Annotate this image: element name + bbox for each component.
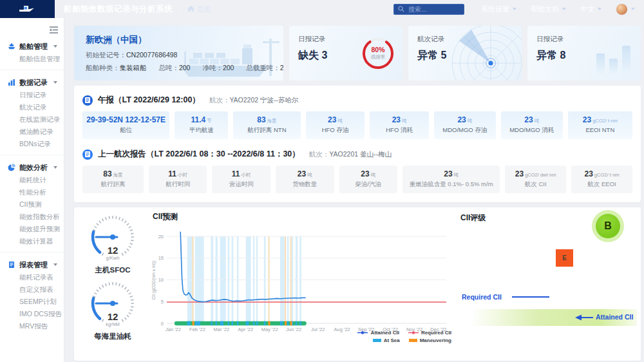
card-value: 异常 8	[536, 49, 632, 62]
data-tile: 11.4节平均航速	[175, 111, 228, 139]
sidebar-section-1[interactable]: 数据记录	[0, 76, 64, 89]
sidebar-section-0[interactable]: 船舶管理	[0, 40, 64, 53]
menu-collapse-icon[interactable]	[50, 26, 58, 33]
attained-cii-label: Attained CII	[596, 313, 633, 321]
chevron-down-icon	[562, 8, 566, 10]
chevron-down-icon	[53, 45, 57, 48]
sidebar-item[interactable]: CII预测	[0, 198, 64, 211]
reports-panel: 午报（LT 2022/6/29 12:00） 航次：YAO2202 宁波--苏哈…	[74, 86, 641, 202]
sidebar-item[interactable]: 日报记录	[0, 89, 64, 101]
sidebar-item[interactable]: 能耗统计	[0, 174, 64, 186]
svg-text:Feb '22: Feb '22	[189, 327, 205, 332]
data-tile: 23gCO2/ t·nm航次 EEOI	[571, 166, 632, 193]
fill-rate-ring: 80% 填报率	[361, 37, 395, 70]
avatar	[616, 3, 628, 15]
menu-help-docs[interactable]: 帮助文档	[531, 5, 566, 14]
sidebar-item[interactable]: 性能分析	[0, 186, 64, 198]
sidebar-menu: 船舶管理船舶信息管理数据记录日报记录航次记录在线监测记录燃油舱记录BDNs记录能…	[0, 40, 64, 332]
svg-text:CII (gCO2/(nm x mt)): CII (gCO2/(nm x mt))	[151, 261, 156, 300]
card-value: 异常 5	[417, 49, 513, 62]
noon-report-title: 午报（LT 2022/6/29 12:00）	[98, 95, 200, 106]
ship-info-card: 新欧洲（中国） 初始登记号：CN20077686498 船舶种类：集装箱船 总吨…	[74, 26, 283, 81]
search-box[interactable]	[393, 4, 464, 15]
voyage-abnormal-card[interactable]: 航次记录 异常 5	[408, 26, 522, 81]
ship-icon	[8, 43, 15, 50]
required-cii-line	[512, 296, 549, 298]
noon-report-voyage: 航次：YAO2202 宁波--苏哈尔	[209, 96, 299, 105]
ship-specs: 船舶种类：集装箱船 总吨：200 净吨：200 总载重吨：200	[86, 64, 272, 73]
cii-grade-badge: B	[592, 210, 624, 242]
data-tile: 23吨MDO/MGO 消耗	[501, 111, 563, 139]
svg-text:10: 10	[158, 277, 164, 283]
card-category: 航次记录	[417, 35, 513, 44]
bar-chart-icon	[8, 79, 15, 86]
sidebar-item[interactable]: 能效计算器	[0, 235, 64, 247]
daily-abnormal-card[interactable]: 日报记录 异常 8	[527, 26, 641, 81]
daily-report-missing-card[interactable]: 日报记录 缺失 3 80% 填报率	[289, 26, 402, 81]
user-menu[interactable]	[616, 3, 635, 15]
attained-cii-arrow	[575, 314, 593, 321]
pie-chart-icon	[8, 164, 15, 171]
breadcrumb-label: 总览	[197, 5, 211, 14]
sidebar-item[interactable]: MRV报告	[0, 320, 64, 332]
noon-report-icon	[82, 95, 93, 106]
cii-forecast-chart: CII预测 05101520Jan '22Feb '22Mar '22Apr '…	[150, 211, 454, 358]
sidebar-item[interactable]: SEEMP计划	[0, 296, 64, 308]
sidebar-item[interactable]: BDNs记录	[0, 138, 64, 150]
divider: |	[179, 5, 181, 13]
svg-text:0: 0	[161, 321, 164, 327]
app-logo[interactable]	[0, 0, 55, 18]
rating-bar: E	[556, 249, 573, 267]
data-tile: 23吨重燃油硫含量 0.1%- 0.5% m/m	[402, 166, 500, 193]
data-tile: 23吨HFO 消耗	[370, 111, 429, 139]
menu-system-settings[interactable]: 系统设置	[481, 5, 516, 14]
chevron-down-icon	[631, 8, 635, 10]
svg-text:20: 20	[158, 234, 164, 240]
svg-text:15: 15	[158, 255, 164, 261]
svg-text:Mar '22: Mar '22	[214, 327, 230, 332]
card-category: 日报记录	[536, 35, 632, 44]
cii-rating-section: CII评级 B E Required CII Attained CII	[453, 211, 637, 359]
fill-rate-label: 填报率	[371, 54, 386, 61]
report-icon	[8, 261, 15, 269]
breadcrumb[interactable]: 总览	[187, 5, 211, 14]
sidebar-item[interactable]: 在线监测记录	[0, 113, 64, 126]
sidebar-section-2[interactable]: 能效分析	[0, 161, 64, 174]
data-tile: 23吨HFO 存油	[306, 111, 365, 139]
data-tile: 83海里航行距离	[82, 166, 144, 193]
sidebar-item[interactable]: 能耗记录表	[0, 271, 64, 283]
voyage-report-icon	[82, 149, 93, 160]
sidebar-item[interactable]: 能效指数分析	[0, 211, 64, 223]
svg-text:Jun '22: Jun '22	[286, 327, 301, 332]
noon-report-tiles: 29-39-52N 122-12-57E船位11.4节平均航速83海里航行距离 …	[82, 111, 632, 139]
chevron-down-icon	[53, 263, 57, 266]
data-tile: 23吨MDO/MGO 存油	[434, 111, 496, 139]
gauge-label: 主机SFOC	[74, 265, 151, 275]
sidebar-item[interactable]: IMO DCS报告	[0, 308, 64, 320]
svg-text:Apr '22: Apr '22	[238, 327, 254, 332]
sidebar-section-3[interactable]: 报表管理	[0, 258, 64, 271]
app-logo-icon	[18, 4, 37, 14]
fill-rate-percent: 80%	[371, 46, 384, 53]
sidebar-item[interactable]: 能效提升预测	[0, 223, 64, 235]
top-navbar: 船舶能效数据记录与分析系统 | 总览 系统设置 帮助文档 中文	[0, 0, 644, 18]
cii-grade-letter: B	[596, 214, 620, 238]
data-tile: 11小时营运时间	[212, 166, 270, 193]
chart-legend: Attained CIIRequired CIIAt SeaManeuverin…	[357, 330, 451, 343]
menu-language[interactable]: 中文	[580, 5, 601, 14]
chevron-down-icon	[513, 8, 516, 10]
svg-text:Aug '22: Aug '22	[334, 327, 350, 332]
search-input[interactable]	[407, 5, 459, 14]
legend-item: Attained CII	[357, 330, 399, 336]
svg-text:Jan '22: Jan '22	[166, 327, 181, 332]
sidebar-item[interactable]: 船舶信息管理	[0, 53, 64, 65]
data-tile: 29-39-52N 122-12-57E船位	[82, 111, 169, 139]
sidebar-item[interactable]: 燃油舱记录	[0, 126, 64, 138]
voyage-report-tiles: 83海里航行距离11小时航行时间11小时营运时间23吨货物数量23吨柴油/汽油2…	[82, 166, 632, 193]
data-tile: 23吨货物数量	[276, 166, 334, 193]
svg-text:Jul '22: Jul '22	[311, 327, 325, 332]
chart-title: CII预测	[153, 211, 454, 222]
cii-chart-plot: 05101520Jan '22Feb '22Mar '22Apr '22May …	[150, 224, 451, 334]
sidebar-item[interactable]: 自定义报表	[0, 283, 64, 296]
sidebar-item[interactable]: 航次记录	[0, 101, 64, 113]
